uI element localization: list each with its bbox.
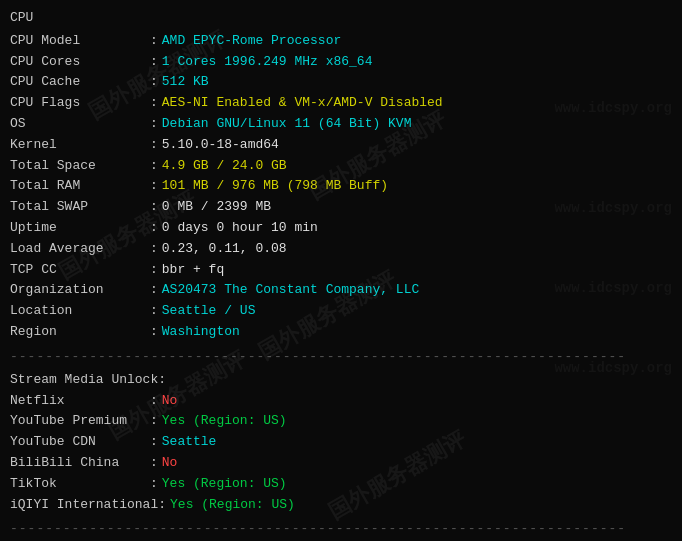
label-bilibili: BiliBili China bbox=[10, 453, 150, 474]
divider-2: ----------------------------------------… bbox=[10, 521, 672, 536]
value-cpu-cores: 1 Cores 1996.249 MHz x86_64 bbox=[162, 52, 373, 73]
label-total-space: Total Space bbox=[10, 156, 150, 177]
row-iqiyi: iQIYI International : Yes (Region: US) bbox=[10, 495, 672, 516]
row-stream-header: Stream Media Unlock : bbox=[10, 370, 672, 391]
value-uptime: 0 days 0 hour 10 min bbox=[162, 218, 318, 239]
value-tcp-cc: bbr + fq bbox=[162, 260, 224, 281]
label-uptime: Uptime bbox=[10, 218, 150, 239]
label-youtube-cdn: YouTube CDN bbox=[10, 432, 150, 453]
row-youtube-premium: YouTube Premium : Yes (Region: US) bbox=[10, 411, 672, 432]
label-stream-media: Stream Media Unlock bbox=[10, 370, 158, 391]
value-cpu-cache: 512 KB bbox=[162, 72, 209, 93]
value-netflix: No bbox=[162, 391, 178, 412]
label-region: Region bbox=[10, 322, 150, 343]
value-total-swap: 0 MB / 2399 MB bbox=[162, 197, 271, 218]
row-cpu-cores: CPU Cores : 1 Cores 1996.249 MHz x86_64 bbox=[10, 52, 672, 73]
row-region: Region : Washington bbox=[10, 322, 672, 343]
label-total-swap: Total SWAP bbox=[10, 197, 150, 218]
value-iqiyi: Yes (Region: US) bbox=[170, 495, 295, 516]
row-cpu-model: CPU Model : AMD EPYC-Rome Processor bbox=[10, 31, 672, 52]
label-location: Location bbox=[10, 301, 150, 322]
value-total-ram: 101 MB / 976 MB (798 MB Buff) bbox=[162, 176, 388, 197]
label-organization: Organization bbox=[10, 280, 150, 301]
label-cpu-model: CPU Model bbox=[10, 31, 150, 52]
row-tiktok: TikTok : Yes (Region: US) bbox=[10, 474, 672, 495]
label-cpu-flags: CPU Flags bbox=[10, 93, 150, 114]
value-organization: AS20473 The Constant Company, LLC bbox=[162, 280, 419, 301]
value-location: Seattle / US bbox=[162, 301, 256, 322]
divider-1: ----------------------------------------… bbox=[10, 349, 672, 364]
value-bilibili: No bbox=[162, 453, 178, 474]
cpu-section: CPU CPU Model : AMD EPYC-Rome Processor … bbox=[10, 8, 672, 343]
value-os: Debian GNU/Linux 11 (64 Bit) KVM bbox=[162, 114, 412, 135]
row-total-ram: Total RAM : 101 MB / 976 MB (798 MB Buff… bbox=[10, 176, 672, 197]
value-total-space: 4.9 GB / 24.0 GB bbox=[162, 156, 287, 177]
label-netflix: Netflix bbox=[10, 391, 150, 412]
label-tcp-cc: TCP CC bbox=[10, 260, 150, 281]
row-location: Location : Seattle / US bbox=[10, 301, 672, 322]
row-total-swap: Total SWAP : 0 MB / 2399 MB bbox=[10, 197, 672, 218]
row-youtube-cdn: YouTube CDN : Seattle bbox=[10, 432, 672, 453]
value-tiktok: Yes (Region: US) bbox=[162, 474, 287, 495]
label-os: OS bbox=[10, 114, 150, 135]
value-youtube-premium: Yes (Region: US) bbox=[162, 411, 287, 432]
value-kernel: 5.10.0-18-amd64 bbox=[162, 135, 279, 156]
label-iqiyi: iQIYI International bbox=[10, 495, 158, 516]
row-load-average: Load Average : 0.23, 0.11, 0.08 bbox=[10, 239, 672, 260]
cpu-title: CPU bbox=[10, 8, 33, 29]
label-kernel: Kernel bbox=[10, 135, 150, 156]
label-total-ram: Total RAM bbox=[10, 176, 150, 197]
cpu-title-row: CPU bbox=[10, 8, 672, 31]
stream-section: Stream Media Unlock : Netflix : No YouTu… bbox=[10, 370, 672, 516]
row-cpu-flags: CPU Flags : AES-NI Enabled & VM-x/AMD-V … bbox=[10, 93, 672, 114]
row-netflix: Netflix : No bbox=[10, 391, 672, 412]
label-tiktok: TikTok bbox=[10, 474, 150, 495]
label-load-average: Load Average bbox=[10, 239, 150, 260]
label-cpu-cores: CPU Cores bbox=[10, 52, 150, 73]
label-cpu-cache: CPU Cache bbox=[10, 72, 150, 93]
row-organization: Organization : AS20473 The Constant Comp… bbox=[10, 280, 672, 301]
label-youtube-premium: YouTube Premium bbox=[10, 411, 150, 432]
value-cpu-flags: AES-NI Enabled & VM-x/AMD-V Disabled bbox=[162, 93, 443, 114]
row-bilibili: BiliBili China : No bbox=[10, 453, 672, 474]
row-tcp-cc: TCP CC : bbr + fq bbox=[10, 260, 672, 281]
row-os: OS : Debian GNU/Linux 11 (64 Bit) KVM bbox=[10, 114, 672, 135]
value-youtube-cdn: Seattle bbox=[162, 432, 217, 453]
value-load-average: 0.23, 0.11, 0.08 bbox=[162, 239, 287, 260]
value-cpu-model: AMD EPYC-Rome Processor bbox=[162, 31, 341, 52]
value-region: Washington bbox=[162, 322, 240, 343]
row-total-space: Total Space : 4.9 GB / 24.0 GB bbox=[10, 156, 672, 177]
row-kernel: Kernel : 5.10.0-18-amd64 bbox=[10, 135, 672, 156]
row-uptime: Uptime : 0 days 0 hour 10 min bbox=[10, 218, 672, 239]
row-cpu-cache: CPU Cache : 512 KB bbox=[10, 72, 672, 93]
